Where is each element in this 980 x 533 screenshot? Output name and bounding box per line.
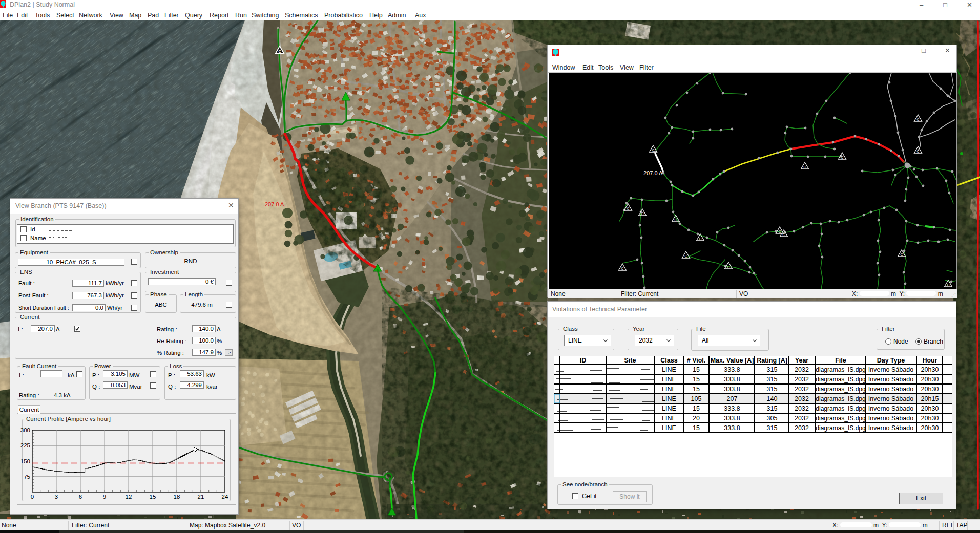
svg-text:Inverno Sábado: Inverno Sábado	[868, 415, 913, 422]
svg-text:diagramas_IS.dpg: diagramas_IS.dpg	[816, 405, 865, 412]
svg-text:20h30: 20h30	[921, 376, 939, 383]
svg-text:333.8: 333.8	[724, 376, 740, 383]
svg-text:Rating [A]: Rating [A]	[757, 357, 787, 364]
svg-text:15: 15	[693, 376, 700, 383]
svg-text:2032: 2032	[795, 424, 809, 432]
svg-text:LINE: LINE	[662, 366, 676, 373]
svg-text:20h30: 20h30	[921, 405, 939, 412]
svg-text:3: 3	[55, 494, 58, 500]
svg-text:2032: 2032	[795, 366, 809, 373]
svg-text:ID: ID	[580, 357, 587, 364]
svg-text:C: C	[947, 283, 949, 287]
svg-text:Inverno Sábado: Inverno Sábado	[868, 424, 913, 432]
svg-text:Year: Year	[795, 357, 809, 364]
svg-text:15: 15	[693, 424, 700, 432]
svg-text:333.8: 333.8	[724, 415, 740, 422]
svg-text:2032: 2032	[795, 395, 809, 402]
svg-text:C: C	[778, 230, 781, 233]
svg-text:105: 105	[691, 395, 702, 402]
svg-text:15: 15	[150, 494, 156, 500]
svg-text:LINE: LINE	[662, 405, 676, 412]
svg-text:20h30: 20h30	[921, 415, 939, 422]
svg-text:Day Type: Day Type	[877, 357, 905, 364]
svg-text:21: 21	[198, 494, 204, 500]
svg-text:diagramas_IS.dpg: diagramas_IS.dpg	[816, 395, 865, 402]
svg-text:2032: 2032	[795, 415, 809, 422]
svg-text:9: 9	[103, 494, 106, 500]
svg-text:15: 15	[693, 405, 700, 412]
svg-text:C: C	[916, 150, 919, 153]
svg-text:Inverno Sábado: Inverno Sábado	[868, 405, 913, 412]
svg-text:2032: 2032	[795, 376, 809, 383]
svg-text:207.0 A: 207.0 A	[265, 201, 284, 207]
svg-text:15: 15	[693, 366, 700, 373]
svg-text:20h30: 20h30	[921, 424, 939, 432]
svg-text:C: C	[900, 253, 903, 257]
svg-text:LINE: LINE	[662, 424, 676, 432]
svg-text:C: C	[641, 212, 643, 216]
svg-text:LINE: LINE	[662, 395, 676, 402]
svg-text:6: 6	[79, 494, 82, 500]
svg-text:12: 12	[126, 494, 132, 500]
svg-text:C: C	[652, 148, 654, 152]
svg-text:Inverno Sábado: Inverno Sábado	[868, 386, 913, 393]
svg-text:333.8: 333.8	[724, 366, 740, 373]
svg-text:C: C	[684, 254, 687, 258]
svg-text:C: C	[278, 50, 281, 53]
svg-text:LINE: LINE	[662, 386, 676, 393]
svg-text:20h15: 20h15	[921, 395, 939, 402]
svg-text:C: C	[841, 156, 843, 159]
svg-text:0: 0	[31, 494, 34, 500]
svg-text:305: 305	[767, 415, 778, 422]
svg-text:diagramas_IS.dpg: diagramas_IS.dpg	[816, 366, 865, 373]
svg-text:24: 24	[222, 494, 228, 500]
svg-text:diagramas_IS.dpg: diagramas_IS.dpg	[816, 386, 865, 393]
svg-text:207.0 A: 207.0 A	[643, 170, 663, 176]
svg-text:C: C	[699, 237, 701, 241]
svg-text:C: C	[782, 233, 785, 237]
svg-text:LINE: LINE	[662, 376, 676, 383]
svg-text:20h30: 20h30	[921, 366, 939, 373]
svg-text:18: 18	[174, 494, 180, 500]
svg-text:20h30: 20h30	[921, 386, 939, 393]
svg-text:225: 225	[20, 442, 30, 449]
svg-text:C: C	[727, 265, 729, 269]
svg-text:Site: Site	[624, 357, 636, 364]
svg-text:diagramas_IS.dpg: diagramas_IS.dpg	[816, 376, 865, 383]
svg-text:Inverno Sábado: Inverno Sábado	[868, 376, 913, 383]
svg-text:315: 315	[767, 366, 778, 373]
svg-text:C: C	[627, 207, 629, 210]
svg-text:333.8: 333.8	[724, 405, 740, 412]
svg-text:150: 150	[20, 458, 30, 464]
svg-text:C: C	[621, 267, 623, 270]
svg-text:15: 15	[693, 386, 700, 393]
svg-text:333.8: 333.8	[724, 424, 740, 432]
svg-text:75: 75	[24, 474, 30, 480]
svg-text:140: 140	[767, 395, 778, 402]
svg-text:diagramas_IS.dpg: diagramas_IS.dpg	[816, 415, 865, 422]
svg-text:300: 300	[20, 427, 30, 433]
svg-text:315: 315	[767, 405, 778, 412]
svg-text:Max. Value [A]: Max. Value [A]	[711, 357, 754, 364]
svg-text:2032: 2032	[795, 386, 809, 393]
svg-text:# Viol.: # Viol.	[687, 357, 706, 364]
svg-text:Hour: Hour	[922, 357, 937, 364]
svg-text:Class: Class	[660, 357, 677, 364]
svg-text:Inverno Sábado: Inverno Sábado	[868, 395, 913, 402]
svg-text:315: 315	[767, 376, 778, 383]
svg-text:333.8: 333.8	[724, 386, 740, 393]
svg-text:C: C	[674, 218, 677, 222]
svg-text:diagramas_IS.dpg: diagramas_IS.dpg	[816, 424, 865, 432]
svg-text:LINE: LINE	[662, 415, 676, 422]
svg-text:File: File	[835, 357, 846, 364]
svg-text:315: 315	[767, 386, 778, 393]
svg-text:C: C	[803, 165, 806, 169]
svg-text:Inverno Sábado: Inverno Sábado	[868, 366, 913, 373]
svg-text:207: 207	[727, 395, 738, 402]
svg-text:2032: 2032	[795, 405, 809, 412]
svg-text:315: 315	[767, 424, 778, 432]
svg-text:20: 20	[693, 415, 700, 422]
svg-text:C: C	[916, 118, 919, 121]
